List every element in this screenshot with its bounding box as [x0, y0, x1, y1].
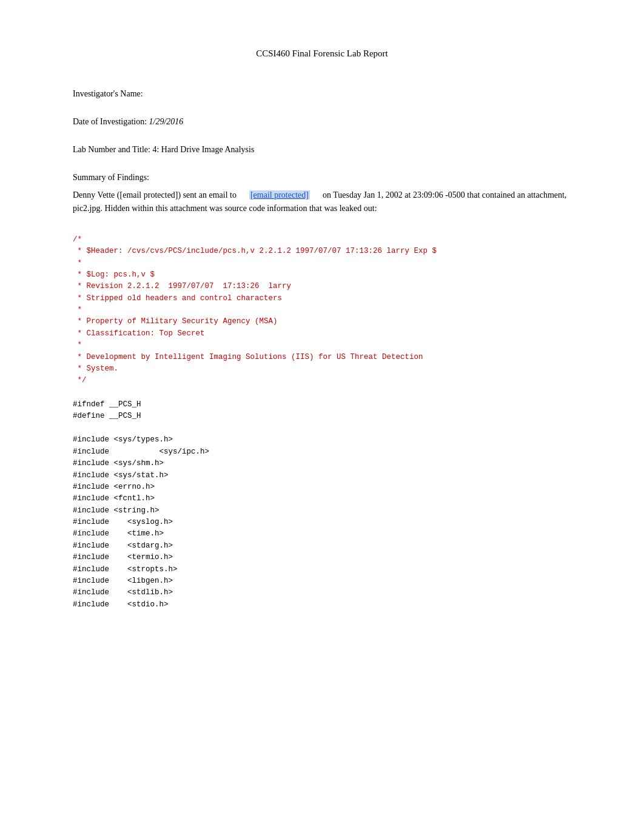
summary-label: Summary of Findings: [73, 173, 571, 183]
summary-paragraph: Denny Vette ([email protected]) sent an … [73, 189, 571, 216]
investigator-section: Investigator's Name: [73, 89, 571, 99]
lab-value: 4: Hard Drive Image Analysis [152, 145, 254, 154]
summary-text-before: Denny Vette ([email protected]) sent an … [73, 190, 236, 200]
lab-label: Lab Number and Title: 4: Hard Drive Imag… [73, 145, 571, 155]
code-includes-block: #include <sys/types.h> #include <sys/ipc… [73, 434, 571, 611]
page-title: CCSI460 Final Forensic Lab Report [73, 49, 571, 59]
code-ifndef-block: #ifndef __PCS_H #define __PCS_H [73, 399, 571, 423]
email-link[interactable]: [email protected] [249, 190, 310, 200]
date-section: Date of Investigation: 1/29/2016 [73, 117, 571, 127]
summary-section: Summary of Findings: Denny Vette ([email… [73, 173, 571, 216]
code-comment-block: /* * $Header: /cvs/cvs/PCS/include/pcs.h… [73, 234, 571, 387]
date-label: Date of Investigation: 1/29/2016 [73, 117, 571, 127]
investigator-label: Investigator's Name: [73, 89, 571, 99]
lab-section: Lab Number and Title: 4: Hard Drive Imag… [73, 145, 571, 155]
date-value: 1/29/2016 [149, 117, 184, 126]
